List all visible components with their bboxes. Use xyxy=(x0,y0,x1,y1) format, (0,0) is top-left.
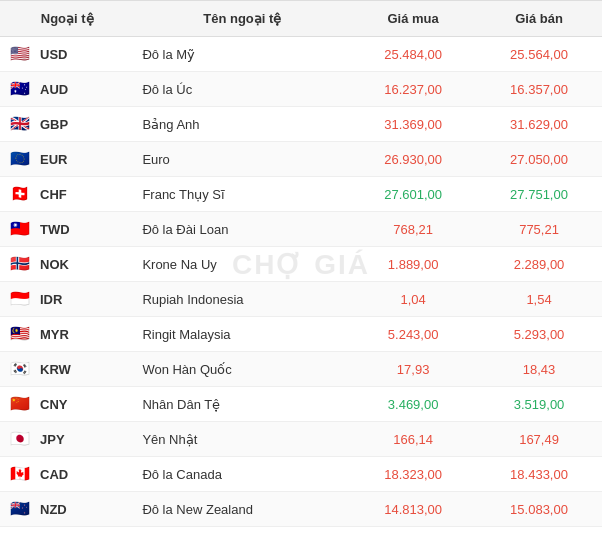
currency-code-cell: 🇳🇴NOK xyxy=(0,247,134,282)
currency-name: Won Hàn Quốc xyxy=(134,352,350,387)
country-flag: 🇨🇳 xyxy=(10,396,32,412)
sell-price: 1,54 xyxy=(476,282,602,317)
table-row: 🇨🇭CHFFranc Thụy Sĩ27.601,0027.751,00 xyxy=(0,177,602,212)
table-row: 🇹🇼TWDĐô la Đài Loan768,21775,21 xyxy=(0,212,602,247)
currency-name: Rupiah Indonesia xyxy=(134,282,350,317)
country-flag: 🇳🇴 xyxy=(10,256,32,272)
table-row: 🇨🇳CNYNhân Dân Tệ3.469,003.519,00 xyxy=(0,387,602,422)
sell-price: 3.519,00 xyxy=(476,387,602,422)
table-row: 🇦🇺AUDĐô la Úc16.237,0016.357,00 xyxy=(0,72,602,107)
sell-price: 18,43 xyxy=(476,352,602,387)
buy-price: 3.469,00 xyxy=(350,387,476,422)
currency-code-cell: 🇯🇵JPY xyxy=(0,422,134,457)
country-flag: 🇦🇺 xyxy=(10,81,32,97)
currency-name: Bảng Anh xyxy=(134,107,350,142)
country-flag: 🇪🇺 xyxy=(10,151,32,167)
currency-code: MYR xyxy=(40,327,69,342)
header-currency: Ngoại tệ xyxy=(0,1,134,37)
header-name: Tên ngoại tệ xyxy=(134,1,350,37)
currency-code: CHF xyxy=(40,187,67,202)
currency-code: NOK xyxy=(40,257,69,272)
currency-name: Đô la Úc xyxy=(134,72,350,107)
table-row: 🇳🇴NOKKrone Na Uy1.889,002.289,00 xyxy=(0,247,602,282)
sell-price: 31.629,00 xyxy=(476,107,602,142)
country-flag: 🇰🇷 xyxy=(10,361,32,377)
table-row: 🇮🇩IDRRupiah Indonesia1,041,54 xyxy=(0,282,602,317)
table-row: 🇺🇸USDĐô la Mỹ25.484,0025.564,00 xyxy=(0,37,602,72)
currency-code: NZD xyxy=(40,502,67,517)
country-flag: 🇨🇦 xyxy=(10,466,32,482)
country-flag: 🇬🇧 xyxy=(10,116,32,132)
buy-price: 166,14 xyxy=(350,422,476,457)
table-row: 🇯🇵JPYYên Nhật166,14167,49 xyxy=(0,422,602,457)
sell-price: 775,21 xyxy=(476,212,602,247)
sell-price: 27.751,00 xyxy=(476,177,602,212)
currency-name: Franc Thụy Sĩ xyxy=(134,177,350,212)
sell-price: 16.357,00 xyxy=(476,72,602,107)
currency-name: Đô la New Zealand xyxy=(134,492,350,527)
currency-code-cell: 🇰🇷KRW xyxy=(0,352,134,387)
sell-price: 2.289,00 xyxy=(476,247,602,282)
currency-code-cell: 🇪🇺EUR xyxy=(0,142,134,177)
currency-code-cell: 🇹🇼TWD xyxy=(0,212,134,247)
country-flag: 🇲🇾 xyxy=(10,326,32,342)
currency-code-cell: 🇨🇭CHF xyxy=(0,177,134,212)
buy-price: 26.930,00 xyxy=(350,142,476,177)
currency-code-cell: 🇳🇿NZD xyxy=(0,492,134,527)
country-flag: 🇹🇼 xyxy=(10,221,32,237)
sell-price: 18.433,00 xyxy=(476,457,602,492)
currency-name: Đô la Mỹ xyxy=(134,37,350,72)
sell-price: 167,49 xyxy=(476,422,602,457)
currency-code: JPY xyxy=(40,432,65,447)
buy-price: 14.813,00 xyxy=(350,492,476,527)
table-body: 🇺🇸USDĐô la Mỹ25.484,0025.564,00🇦🇺AUDĐô l… xyxy=(0,37,602,527)
country-flag: 🇳🇿 xyxy=(10,501,32,517)
sell-price: 25.564,00 xyxy=(476,37,602,72)
currency-code-cell: 🇦🇺AUD xyxy=(0,72,134,107)
currency-code-cell: 🇮🇩IDR xyxy=(0,282,134,317)
buy-price: 16.237,00 xyxy=(350,72,476,107)
buy-price: 17,93 xyxy=(350,352,476,387)
country-flag: 🇨🇭 xyxy=(10,186,32,202)
sell-price: 27.050,00 xyxy=(476,142,602,177)
buy-price: 768,21 xyxy=(350,212,476,247)
buy-price: 1,04 xyxy=(350,282,476,317)
currency-name: Yên Nhật xyxy=(134,422,350,457)
currency-code: IDR xyxy=(40,292,62,307)
table-row: 🇲🇾MYRRingit Malaysia5.243,005.293,00 xyxy=(0,317,602,352)
table-row: 🇨🇦CADĐô la Canada18.323,0018.433,00 xyxy=(0,457,602,492)
table-header-row: Ngoại tệ Tên ngoại tệ Giá mua Giá bán xyxy=(0,1,602,37)
currency-name: Nhân Dân Tệ xyxy=(134,387,350,422)
buy-price: 18.323,00 xyxy=(350,457,476,492)
currency-name: Ringit Malaysia xyxy=(134,317,350,352)
buy-price: 5.243,00 xyxy=(350,317,476,352)
currency-table: Ngoại tệ Tên ngoại tệ Giá mua Giá bán 🇺🇸… xyxy=(0,0,602,527)
currency-table-container: CHỢ GIÁ Ngoại tệ Tên ngoại tệ Giá mua Gi… xyxy=(0,0,602,527)
country-flag: 🇺🇸 xyxy=(10,46,32,62)
table-row: 🇬🇧GBPBảng Anh31.369,0031.629,00 xyxy=(0,107,602,142)
currency-code: CNY xyxy=(40,397,67,412)
sell-price: 5.293,00 xyxy=(476,317,602,352)
currency-code-cell: 🇨🇳CNY xyxy=(0,387,134,422)
country-flag: 🇯🇵 xyxy=(10,431,32,447)
header-buy: Giá mua xyxy=(350,1,476,37)
buy-price: 25.484,00 xyxy=(350,37,476,72)
currency-code-cell: 🇺🇸USD xyxy=(0,37,134,72)
currency-code: KRW xyxy=(40,362,71,377)
currency-name: Đô la Canada xyxy=(134,457,350,492)
currency-code: CAD xyxy=(40,467,68,482)
currency-code: TWD xyxy=(40,222,70,237)
table-row: 🇳🇿NZDĐô la New Zealand14.813,0015.083,00 xyxy=(0,492,602,527)
buy-price: 31.369,00 xyxy=(350,107,476,142)
buy-price: 1.889,00 xyxy=(350,247,476,282)
currency-code-cell: 🇲🇾MYR xyxy=(0,317,134,352)
header-sell: Giá bán xyxy=(476,1,602,37)
buy-price: 27.601,00 xyxy=(350,177,476,212)
currency-name: Euro xyxy=(134,142,350,177)
currency-code-cell: 🇬🇧GBP xyxy=(0,107,134,142)
currency-name: Krone Na Uy xyxy=(134,247,350,282)
table-row: 🇰🇷KRWWon Hàn Quốc17,9318,43 xyxy=(0,352,602,387)
currency-code: EUR xyxy=(40,152,67,167)
currency-code: GBP xyxy=(40,117,68,132)
table-row: 🇪🇺EUREuro26.930,0027.050,00 xyxy=(0,142,602,177)
